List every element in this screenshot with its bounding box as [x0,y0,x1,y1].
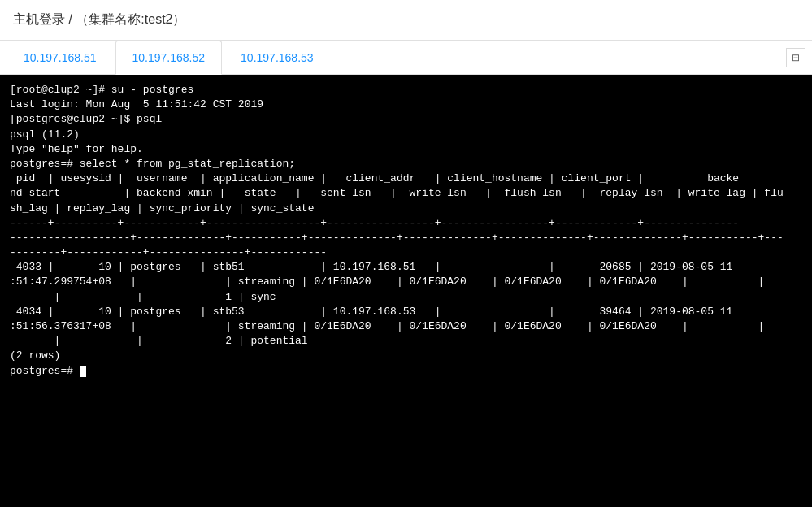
expand-icon: ⊟ [792,52,800,63]
term-line: --------+------------+---------------+--… [10,245,802,260]
tabs-bar: 10.197.168.51 10.197.168.52 10.197.168.5… [0,41,812,75]
term-line: [root@clup2 ~]# su - postgres [10,83,802,98]
term-line: pid | usesysid | username | application_… [10,171,802,186]
term-line: 4033 | 10 | postgres | stb51 | 10.197.16… [10,260,802,275]
terminal-cursor [80,366,86,377]
term-line: sh_lag | replay_lag | sync_priority | sy… [10,202,802,216]
term-line: -------------------+--------------+-----… [10,231,802,245]
term-line: (2 rows) [10,349,802,363]
term-line: postgres=# [10,364,802,379]
term-line: ------+----------+------------+---------… [10,216,802,231]
page-title: 主机登录 / （集群名称:test2） [13,11,185,28]
term-line: Type "help" for help. [10,142,802,157]
term-line: :51:47.299754+08 | | streaming | 0/1E6DA… [10,275,802,289]
term-line: [postgres@clup2 ~]$ psql [10,112,802,127]
term-line: | | 2 | potential [10,334,802,349]
term-line: nd_start | backend_xmin | state | sent_l… [10,186,802,201]
tab-3[interactable]: 10.197.168.53 [224,41,331,74]
term-line: | | 1 | sync [10,290,802,305]
term-line: :51:56.376317+08 | | streaming | 0/1E6DA… [10,319,802,334]
top-bar: 主机登录 / （集群名称:test2） [0,0,812,41]
expand-button[interactable]: ⊟ [786,48,805,67]
tab-1[interactable]: 10.197.168.51 [7,41,114,74]
tab-2[interactable]: 10.197.168.52 [115,41,223,75]
term-line: Last login: Mon Aug 5 11:51:42 CST 2019 [10,98,802,112]
term-line: 4034 | 10 | postgres | stb53 | 10.197.16… [10,305,802,319]
term-line: psql (11.2) [10,128,802,142]
terminal: [root@clup2 ~]# su - postgresLast login:… [0,75,812,507]
term-line: postgres=# select * from pg_stat_replica… [10,157,802,171]
